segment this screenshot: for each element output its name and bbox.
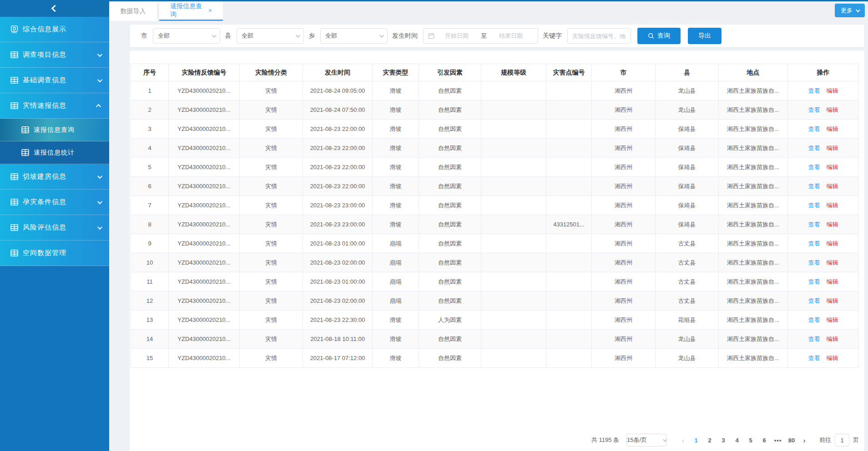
sidebar-item-overview[interactable]: 综合信息展示 bbox=[0, 17, 109, 42]
edit-link[interactable]: 编辑 bbox=[827, 259, 838, 266]
table-cell: 灾情 bbox=[240, 196, 303, 215]
page-number[interactable]: 3 bbox=[717, 437, 730, 444]
sidebar-item-slope-housing[interactable]: 切坡建房信息 bbox=[0, 164, 109, 190]
view-link[interactable]: 查看 bbox=[808, 355, 820, 361]
table-cell bbox=[481, 215, 546, 234]
city-select[interactable]: 全部 bbox=[153, 28, 220, 44]
table-cell: 湘西土家族苗族自... bbox=[719, 139, 788, 158]
town-select[interactable]: 全部 bbox=[320, 28, 388, 44]
sidebar-item-disaster-report[interactable]: 灾情速报信息 bbox=[0, 93, 109, 119]
keyword-input[interactable] bbox=[567, 28, 631, 44]
view-link[interactable]: 查看 bbox=[808, 336, 820, 342]
edit-link[interactable]: 编辑 bbox=[827, 336, 838, 342]
tab-data-import[interactable]: 数据导入 bbox=[109, 1, 157, 21]
table-cell: 湘西州 bbox=[592, 215, 656, 234]
view-link[interactable]: 查看 bbox=[808, 145, 820, 151]
edit-link[interactable]: 编辑 bbox=[827, 316, 838, 323]
table-cell: 滑坡 bbox=[373, 158, 419, 177]
sidebar-item-label: 空间数据管理 bbox=[23, 249, 66, 257]
view-link[interactable]: 查看 bbox=[808, 164, 820, 170]
sidebar-item-basic-survey[interactable]: 基础调查信息 bbox=[0, 68, 109, 93]
end-date-placeholder[interactable]: 结束日期 bbox=[489, 32, 533, 40]
date-range-picker[interactable]: 开始日期 至 结束日期 bbox=[423, 28, 538, 44]
page-size-select[interactable]: 15条/页 bbox=[626, 434, 666, 446]
page-number[interactable]: 5 bbox=[744, 437, 757, 444]
table-cell: 2021-08-23 22:00:00 bbox=[303, 177, 373, 196]
edit-link[interactable]: 编辑 bbox=[827, 125, 838, 132]
sidebar-item-label: 调查项目信息 bbox=[23, 50, 66, 59]
edit-link[interactable]: 编辑 bbox=[827, 278, 838, 285]
next-page-button[interactable]: › bbox=[798, 436, 810, 444]
page-number[interactable]: 4 bbox=[730, 437, 744, 444]
chevron-down-icon bbox=[97, 199, 102, 204]
edit-link[interactable]: 编辑 bbox=[827, 87, 838, 94]
total-count: 共 1195 条 bbox=[591, 436, 619, 444]
sidebar-item-risk-assessment[interactable]: 风险评估信息 bbox=[0, 215, 109, 241]
prev-page-button[interactable]: ‹ bbox=[677, 436, 689, 444]
table-cell: 湘西土家族苗族自... bbox=[719, 291, 788, 311]
table-cell bbox=[546, 177, 592, 196]
table-cell bbox=[546, 234, 592, 253]
search-icon bbox=[648, 33, 654, 39]
view-link[interactable]: 查看 bbox=[808, 297, 820, 304]
view-link[interactable]: 查看 bbox=[808, 106, 820, 113]
edit-link[interactable]: 编辑 bbox=[827, 106, 838, 113]
view-link[interactable]: 查看 bbox=[808, 221, 820, 228]
table-cell: 自然因素 bbox=[419, 234, 481, 253]
edit-link[interactable]: 编辑 bbox=[827, 355, 838, 361]
start-date-placeholder[interactable]: 开始日期 bbox=[434, 32, 479, 40]
page-number[interactable]: 1 bbox=[689, 437, 703, 444]
view-link[interactable]: 查看 bbox=[808, 202, 820, 209]
sidebar-collapse-button[interactable] bbox=[0, 0, 109, 17]
edit-link[interactable]: 编辑 bbox=[827, 183, 838, 190]
calendar-icon bbox=[428, 33, 434, 39]
edit-link[interactable]: 编辑 bbox=[827, 145, 838, 151]
table-cell: 湘西土家族苗族自... bbox=[719, 349, 788, 368]
sidebar-item-spatial-data[interactable]: 空间数据管理 bbox=[0, 241, 109, 266]
pager-ellipsis[interactable]: ••• bbox=[771, 437, 785, 444]
table-cell: 2021-08-23 01:00:00 bbox=[303, 234, 373, 253]
column-header: 规模等级 bbox=[481, 64, 546, 81]
search-button[interactable]: 查询 bbox=[637, 28, 681, 44]
edit-link[interactable]: 编辑 bbox=[827, 240, 838, 247]
goto-page-input[interactable] bbox=[835, 434, 849, 446]
tab-report-query[interactable]: 速报信息查询 × bbox=[159, 1, 223, 21]
page-number[interactable]: 6 bbox=[757, 437, 771, 444]
county-select[interactable]: 全部 bbox=[237, 28, 304, 44]
view-link[interactable]: 查看 bbox=[808, 316, 820, 323]
view-link[interactable]: 查看 bbox=[808, 183, 820, 190]
sidebar-item-label: 灾情速报信息 bbox=[23, 101, 66, 110]
sidebar-item-survey-project[interactable]: 调查项目信息 bbox=[0, 42, 109, 68]
page-number[interactable]: 80 bbox=[785, 437, 798, 444]
table-cell: 人为因素 bbox=[419, 311, 481, 330]
table-cell: 15 bbox=[131, 349, 169, 368]
sidebar-item-hazard-condition[interactable]: 孕灾条件信息 bbox=[0, 190, 109, 215]
chevron-down-icon bbox=[97, 51, 102, 56]
chevron-down-icon bbox=[856, 8, 860, 12]
table-cell bbox=[481, 272, 546, 291]
more-button[interactable]: 更多 bbox=[835, 4, 865, 17]
export-button[interactable]: 导出 bbox=[688, 28, 722, 44]
edit-link[interactable]: 编辑 bbox=[827, 221, 838, 228]
table-cell: 4 bbox=[131, 139, 169, 158]
sidebar: 综合信息展示调查项目信息基础调查信息灾情速报信息速报信息查询速报信息统计切坡建房… bbox=[0, 0, 109, 451]
table-row: 13YZD43000020210...灾情2021-08-23 22:30:00… bbox=[131, 311, 859, 330]
view-link[interactable]: 查看 bbox=[808, 278, 820, 285]
view-link[interactable]: 查看 bbox=[808, 259, 820, 266]
table-cell: 保靖县 bbox=[656, 177, 719, 196]
table-cell bbox=[481, 158, 546, 177]
table-cell: 5 bbox=[131, 158, 169, 177]
sidebar-item-report-stats[interactable]: 速报信息统计 bbox=[0, 141, 109, 164]
view-link[interactable]: 查看 bbox=[808, 87, 820, 94]
table-cell: 崩塌 bbox=[373, 291, 419, 311]
table-cell: 8 bbox=[131, 215, 169, 234]
sidebar-item-report-query[interactable]: 速报信息查询 bbox=[0, 119, 109, 141]
page-number[interactable]: 2 bbox=[703, 437, 717, 444]
edit-link[interactable]: 编辑 bbox=[827, 202, 838, 209]
close-icon[interactable]: × bbox=[208, 7, 212, 14]
view-link[interactable]: 查看 bbox=[808, 240, 820, 247]
view-link[interactable]: 查看 bbox=[808, 125, 820, 132]
edit-link[interactable]: 编辑 bbox=[827, 164, 838, 170]
edit-link[interactable]: 编辑 bbox=[827, 297, 838, 304]
table-cell: 自然因素 bbox=[419, 330, 481, 349]
